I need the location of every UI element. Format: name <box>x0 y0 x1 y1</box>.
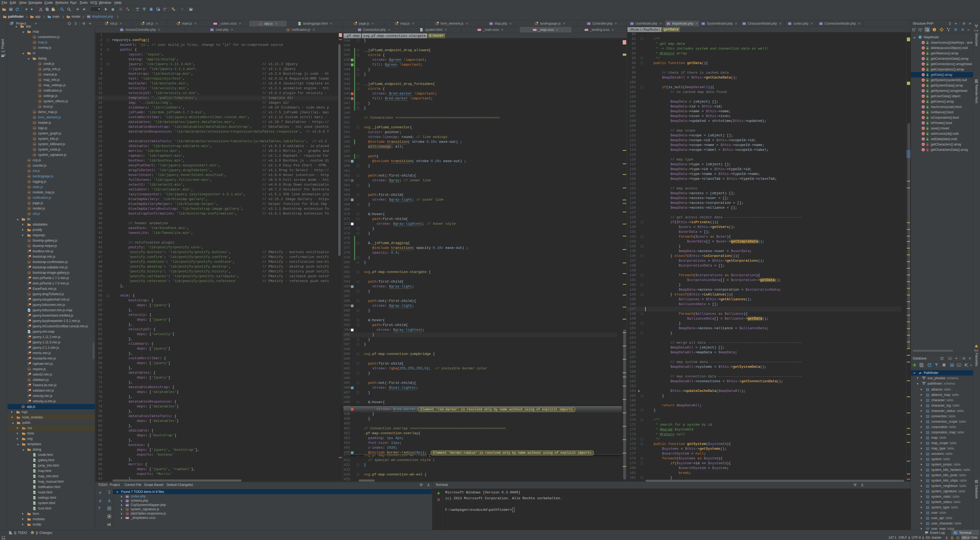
svg-text:php: php <box>211 29 213 30</box>
svg-text:JS: JS <box>29 303 31 305</box>
svg-text:JS: JS <box>29 346 31 348</box>
svg-text:JS: JS <box>33 111 35 113</box>
svg-text:VCS: VCS <box>143 8 146 9</box>
svg-text:JS: JS <box>29 395 31 396</box>
svg-text:5: 5 <box>34 454 35 456</box>
svg-text:JS: JS <box>105 23 107 25</box>
svg-text:JS: JS <box>33 149 35 151</box>
svg-text:5: 5 <box>34 465 35 467</box>
svg-text:JS: JS <box>29 373 31 375</box>
svg-text:01: 01 <box>27 385 29 387</box>
svg-text:JS: JS <box>33 127 35 129</box>
svg-text:JS: JS <box>29 320 31 321</box>
svg-text:JS: JS <box>39 63 41 65</box>
svg-text:SASS: SASS <box>584 29 589 31</box>
svg-text:JS: JS <box>33 36 35 38</box>
svg-text:m: m <box>923 132 924 135</box>
svg-text:JS: JS <box>33 132 35 134</box>
svg-text:php: php <box>2 55 4 57</box>
svg-text:QL: QL <box>958 364 960 366</box>
svg-text:JS: JS <box>29 357 31 358</box>
svg-text:php: php <box>588 23 590 24</box>
svg-text:JS: JS <box>33 47 35 49</box>
svg-text:JS: JS <box>29 255 31 257</box>
svg-text:01: 01 <box>27 390 29 392</box>
svg-text:JS: JS <box>28 165 30 167</box>
svg-text:01: 01 <box>27 326 29 328</box>
svg-text:5: 5 <box>34 497 35 499</box>
svg-text:01: 01 <box>27 267 29 269</box>
svg-text:JS: JS <box>22 406 24 408</box>
svg-text:01: 01 <box>27 315 29 317</box>
svg-text:VCS: VCS <box>136 8 139 9</box>
svg-text:JS: JS <box>28 175 30 177</box>
svg-text:php: php <box>819 23 822 24</box>
svg-text:m: m <box>923 52 924 55</box>
svg-text:c: c <box>941 29 942 31</box>
svg-text:JS: JS <box>29 277 31 278</box>
svg-text:php: php <box>702 23 705 24</box>
svg-text:JS: JS <box>28 170 30 172</box>
svg-text:JS: JS <box>29 287 31 289</box>
svg-text:JS: JS <box>396 23 398 25</box>
svg-text:m: m <box>923 106 924 108</box>
svg-text:01: 01 <box>27 299 29 301</box>
svg-text:01: 01 <box>27 305 29 307</box>
svg-text:JS: JS <box>177 23 179 25</box>
svg-text:php: php <box>743 23 746 24</box>
svg-text:JS: JS <box>354 23 356 25</box>
svg-text:>_: >_ <box>954 532 957 534</box>
svg-text:SASS: SASS <box>125 518 129 519</box>
svg-text:m: m <box>923 149 924 151</box>
svg-text:JS: JS <box>29 298 31 300</box>
svg-text:01: 01 <box>27 342 29 344</box>
svg-text:php: php <box>121 29 123 30</box>
svg-text:JS: JS <box>28 379 30 381</box>
svg-text:m: m <box>923 79 924 81</box>
svg-text:JS: JS <box>29 389 31 391</box>
svg-text:JS: JS <box>28 368 30 370</box>
svg-text:JS: JS <box>287 29 289 31</box>
svg-text:5: 5 <box>421 29 422 31</box>
svg-text:01: 01 <box>27 358 29 360</box>
svg-text:m: m <box>923 122 924 124</box>
svg-text:JS: JS <box>39 100 41 102</box>
svg-text:5: 5 <box>34 508 35 510</box>
svg-text:php: php <box>490 23 493 24</box>
svg-text:JS: JS <box>33 143 35 145</box>
svg-text:m: m <box>923 90 924 92</box>
svg-text:m: m <box>923 84 924 87</box>
svg-text:JS: JS <box>28 293 30 295</box>
svg-text:5: 5 <box>34 460 35 462</box>
svg-text:php: php <box>667 23 670 24</box>
svg-text:SASS: SASS <box>533 29 537 31</box>
svg-text:JS: JS <box>33 41 35 43</box>
svg-text:01: 01 <box>27 251 29 253</box>
svg-text:php: php <box>126 500 129 502</box>
svg-text:JS: JS <box>28 272 30 274</box>
svg-text:php: php <box>126 505 129 506</box>
svg-text:JS: JS <box>29 341 31 342</box>
svg-text:JS: JS <box>28 245 30 247</box>
svg-text:01: 01 <box>27 337 29 339</box>
svg-text:JS: JS <box>39 106 41 108</box>
svg-text:a: a <box>922 28 923 30</box>
svg-text:5: 5 <box>34 481 35 483</box>
svg-text:m: m <box>923 138 924 140</box>
svg-text:JS: JS <box>28 207 30 209</box>
svg-text:5: 5 <box>299 23 300 25</box>
svg-text:JS: JS <box>28 191 30 193</box>
svg-text:JS: JS <box>29 352 31 353</box>
svg-text:JS: JS <box>29 400 31 401</box>
svg-text:m: m <box>923 100 924 103</box>
svg-text:SASS: SASS <box>213 23 218 25</box>
svg-text:JS: JS <box>28 213 30 215</box>
svg-text:SASS: SASS <box>477 29 481 31</box>
svg-text:C: C <box>919 36 921 38</box>
svg-text:5: 5 <box>34 503 35 504</box>
svg-text:JS: JS <box>28 261 30 263</box>
svg-text:01: 01 <box>27 284 29 285</box>
svg-text:m: m <box>923 57 924 60</box>
svg-text:01: 01 <box>27 321 29 323</box>
svg-text:JS: JS <box>126 513 128 515</box>
